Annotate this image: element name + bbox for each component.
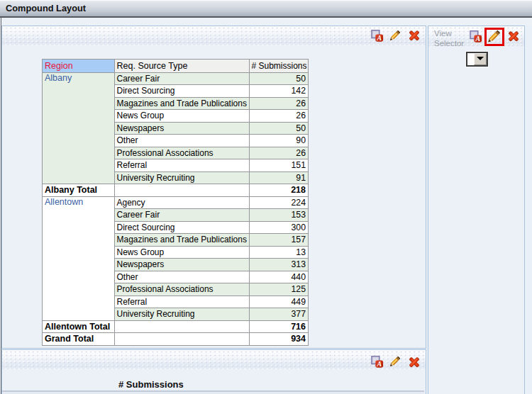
svg-text:A: A xyxy=(377,33,382,41)
svg-text:A: A xyxy=(475,35,481,43)
svg-text:A: A xyxy=(377,360,382,368)
